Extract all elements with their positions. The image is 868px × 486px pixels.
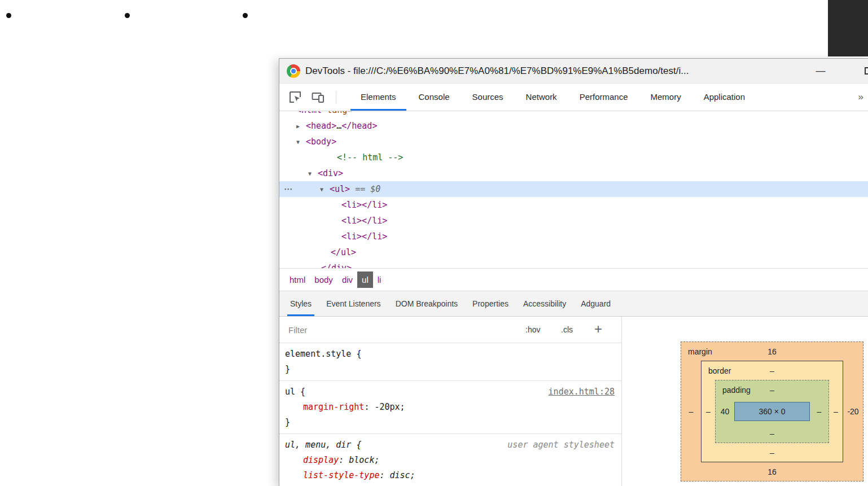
styles-tabbar: StylesEvent ListenersDOM BreakpointsProp… xyxy=(279,291,868,317)
css-property[interactable]: margin-right: -20px; xyxy=(279,400,621,415)
css-property-name[interactable]: display xyxy=(303,455,339,465)
filter-input[interactable] xyxy=(288,322,503,338)
dom-row[interactable]: ▼<body> xyxy=(279,134,868,150)
toggle-pseudo-class-button[interactable]: :hov xyxy=(525,317,540,343)
maximize-icon xyxy=(865,67,868,75)
rule-selector[interactable]: ul xyxy=(285,387,295,397)
css-property[interactable]: list-style-type: disc; xyxy=(279,468,621,483)
breadcrumb-item-body[interactable]: body xyxy=(310,272,337,288)
margin-top-value[interactable]: 16 xyxy=(768,347,777,356)
dom-row[interactable]: ▼<div> xyxy=(279,165,868,181)
more-tabs-icon[interactable]: » xyxy=(855,84,867,111)
dom-token: <li></li> xyxy=(341,231,387,242)
padding-top-value[interactable]: – xyxy=(770,386,774,395)
tab-properties[interactable]: Properties xyxy=(465,291,516,316)
tab-application[interactable]: Application xyxy=(692,84,756,111)
margin-bottom-value[interactable]: 16 xyxy=(768,467,777,476)
border-bottom-value[interactable]: – xyxy=(770,448,774,457)
collapse-arrow-icon[interactable]: ▼ xyxy=(308,166,318,182)
minimize-button[interactable]: — xyxy=(809,59,832,84)
list-item-bullet xyxy=(243,13,248,18)
dom-row[interactable]: ⋯▼<ul> == $0 xyxy=(279,181,868,197)
box-model-border[interactable]: border – – padding – 40 xyxy=(701,361,843,462)
tab-event-listeners[interactable]: Event Listeners xyxy=(319,291,388,316)
dom-token: $0 xyxy=(370,184,380,194)
styles-pane: :hov .cls + element.style {}index.html:2… xyxy=(279,317,621,486)
dom-token: <div> xyxy=(318,168,343,178)
dom-token: </ul> xyxy=(331,247,356,257)
main-tabs: ElementsConsoleSourcesNetworkPerformance… xyxy=(349,84,756,111)
stylesheet-link[interactable]: index.html:28 xyxy=(549,384,615,400)
dom-token: lang xyxy=(322,111,347,115)
device-toolbar-icon[interactable] xyxy=(311,90,325,104)
tab-network[interactable]: Network xyxy=(515,84,568,111)
tab-styles[interactable]: Styles xyxy=(283,291,319,316)
breadcrumb-item-li[interactable]: li xyxy=(373,272,386,288)
dom-token: <!-- html --> xyxy=(337,152,403,163)
box-model-margin[interactable]: margin 16 – border – – xyxy=(681,341,863,481)
window-title: DevTools - file:///C:/%E6%BA%90%E7%A0%81… xyxy=(305,59,802,84)
dom-row[interactable]: ▶<head>…</head> xyxy=(279,118,868,134)
inspect-element-icon[interactable] xyxy=(288,90,302,104)
tab-performance[interactable]: Performance xyxy=(568,84,639,111)
border-left-value[interactable]: – xyxy=(702,407,715,416)
chrome-logo-icon xyxy=(287,64,300,78)
css-property[interactable]: display: block; xyxy=(279,453,621,468)
box-model-content[interactable]: 360 × 0 xyxy=(734,402,810,421)
dom-row[interactable]: <!-- html --> xyxy=(279,150,868,165)
breadcrumb-item-ul[interactable]: ul xyxy=(357,272,373,288)
dom-token: <body> xyxy=(306,137,336,147)
border-top-value[interactable]: – xyxy=(770,366,774,375)
dom-row[interactable]: <li></li> xyxy=(279,197,868,213)
breadcrumb-item-div[interactable]: div xyxy=(337,272,357,288)
dom-token: <html xyxy=(296,111,322,115)
list-item-bullet xyxy=(125,13,130,18)
margin-right-value[interactable]: -20 xyxy=(843,407,863,416)
breadcrumb-item-html[interactable]: html xyxy=(285,272,310,288)
more-actions-icon[interactable]: ⋯ xyxy=(284,181,292,197)
new-style-rule-button[interactable]: + xyxy=(594,317,602,341)
style-sections: element.style {}index.html:28ul {margin-… xyxy=(279,343,621,486)
border-right-value[interactable]: – xyxy=(829,407,843,416)
tab-console[interactable]: Console xyxy=(407,84,461,111)
css-property-name[interactable]: margin-right xyxy=(303,402,364,412)
tab-sources[interactable]: Sources xyxy=(461,84,515,111)
rule-selector[interactable]: ul, menu, dir xyxy=(285,440,351,450)
dom-token: </div> xyxy=(321,263,352,268)
css-property-name[interactable]: list-style-type xyxy=(303,470,379,480)
padding-bottom-value[interactable]: – xyxy=(770,429,774,438)
tab-dom-breakpoints[interactable]: DOM Breakpoints xyxy=(388,291,465,316)
dom-row[interactable]: <html lang= xyxy=(279,111,868,118)
collapse-arrow-icon[interactable]: ▼ xyxy=(296,134,306,150)
padding-right-value[interactable]: – xyxy=(810,407,828,416)
background-window xyxy=(828,0,868,56)
css-property-value[interactable]: disc xyxy=(390,470,410,480)
padding-left-value[interactable]: 40 xyxy=(716,407,734,416)
toggle-element-classes-button[interactable]: .cls xyxy=(561,317,573,343)
dom-row[interactable]: </div> xyxy=(279,260,868,268)
tab-memory[interactable]: Memory xyxy=(639,84,692,111)
box-model-padding[interactable]: padding – 40 360 × 0 – – xyxy=(715,380,829,443)
tab-accessibility[interactable]: Accessibility xyxy=(516,291,573,316)
css-property-value[interactable]: block xyxy=(349,455,374,465)
breadcrumb: htmlbodydivulli xyxy=(279,268,868,291)
css-property-value[interactable]: -20px xyxy=(374,402,400,412)
maximize-button[interactable] xyxy=(860,59,868,84)
stylesheet-origin: user agent stylesheet xyxy=(507,437,615,453)
dom-row[interactable]: </ul> xyxy=(279,244,868,260)
tab-adguard[interactable]: Adguard xyxy=(573,291,618,316)
dom-token: <ul> xyxy=(330,184,350,194)
expand-arrow-icon[interactable]: ▶ xyxy=(296,119,306,134)
devtools-window: DevTools - file:///C:/%E6%BA%90%E7%A0%81… xyxy=(279,58,868,486)
dom-row[interactable]: <li></li> xyxy=(279,213,868,229)
dom-row[interactable]: <li></li> xyxy=(279,229,868,244)
css-property[interactable]: margin-block-start: 1em; xyxy=(279,483,621,486)
styles-filter-row: :hov .cls + xyxy=(279,317,621,343)
rule-selector[interactable]: element.style xyxy=(285,349,351,359)
style-rule: index.html:28ul {margin-right: -20px;} xyxy=(279,381,621,434)
margin-left-value[interactable]: – xyxy=(681,407,701,416)
tab-elements[interactable]: Elements xyxy=(349,84,407,111)
dom-token: … xyxy=(336,121,341,131)
collapse-arrow-icon[interactable]: ▼ xyxy=(320,182,330,198)
titlebar: DevTools - file:///C:/%E6%BA%90%E7%A0%81… xyxy=(279,59,868,84)
